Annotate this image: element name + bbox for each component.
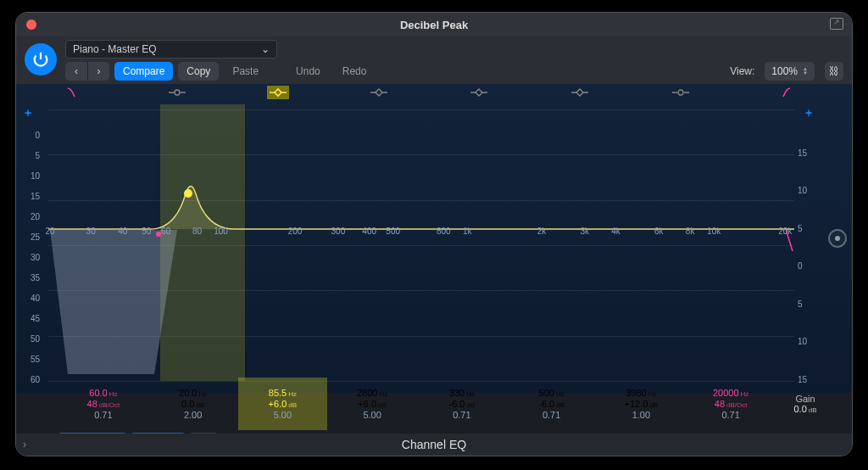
eq-curve[interactable] <box>48 109 794 381</box>
svg-point-1 <box>678 90 683 95</box>
y-axis-analyzer: + 0510 152025 303540 455055 60 <box>16 106 45 384</box>
master-gain-readout[interactable]: Gain0.0dB <box>776 378 835 430</box>
band-type-row <box>65 86 793 104</box>
plus-icon[interactable]: + <box>798 106 820 120</box>
y-axis-gain: + 15105 0510 15 <box>794 106 820 384</box>
toolbar: Piano - Master EQ ⌄ ‹ › Compare Copy Pas… <box>16 36 852 84</box>
expand-icon[interactable]: › <box>23 439 26 450</box>
view-label: View: <box>730 65 754 77</box>
band-column[interactable]: 3980Hz+12.0dB1.00 <box>597 378 687 430</box>
prev-preset-button[interactable]: ‹ <box>65 62 87 81</box>
band-peak-icon[interactable] <box>368 86 390 99</box>
undo-button[interactable]: Undo <box>287 62 329 81</box>
plugin-window: Decibel Peak Piano - Master EQ ⌄ ‹ › Com… <box>15 12 853 456</box>
footer: › Channel EQ <box>16 434 852 456</box>
preset-select[interactable]: Piano - Master EQ ⌄ <box>65 40 277 59</box>
redo-button[interactable]: Redo <box>334 62 376 81</box>
zoom-control[interactable]: 100% ▲▼ <box>765 62 815 81</box>
compare-button[interactable]: Compare <box>114 62 173 81</box>
popout-icon[interactable] <box>830 18 843 30</box>
window-title: Decibel Peak <box>16 19 852 31</box>
band-column[interactable]: 85.5Hz+6.0dB5.00 <box>238 378 328 430</box>
preset-name: Piano - Master EQ <box>73 43 157 55</box>
master-gain-knob[interactable] <box>828 229 847 248</box>
band-column[interactable]: 330Hz-6.0dB0.71 <box>417 378 507 430</box>
band-peak-icon-selected[interactable] <box>267 86 289 99</box>
titlebar: Decibel Peak <box>16 13 852 36</box>
power-button[interactable] <box>25 43 57 76</box>
band-params: 60.0Hz48dB/Oct0.7120.0Hz0.0dB2.0085.5Hz+… <box>58 378 835 430</box>
band-column[interactable]: 2800Hz+6.0dB5.00 <box>327 378 417 430</box>
band-hpf-icon[interactable] <box>65 86 87 99</box>
copy-button[interactable]: Copy <box>178 62 219 81</box>
next-preset-button[interactable]: › <box>87 62 109 81</box>
band-column[interactable]: 20.0Hz0.0dB2.00 <box>148 378 238 430</box>
band-node-handle[interactable] <box>184 189 192 198</box>
band-peak-icon[interactable] <box>468 86 490 99</box>
band-column[interactable]: 20000Hz48dB/Oct0.71 <box>686 378 776 430</box>
band-column[interactable]: 60.0Hz48dB/Oct0.71 <box>58 378 148 430</box>
band-column[interactable]: 500Hz-6.0dB0.71 <box>507 378 597 430</box>
band-highshelf-icon[interactable] <box>670 86 692 99</box>
plus-icon[interactable]: + <box>16 106 40 120</box>
eq-plot[interactable]: + 0510 152025 303540 455055 60 + 15105 0… <box>16 84 852 393</box>
band-lpf-icon[interactable] <box>771 86 793 99</box>
band-peak-icon[interactable] <box>569 86 591 99</box>
band-lowshelf-icon[interactable] <box>166 86 188 99</box>
plugin-name: Channel EQ <box>402 438 466 451</box>
chevron-down-icon: ⌄ <box>261 43 270 55</box>
close-icon[interactable] <box>26 20 36 30</box>
link-icon[interactable]: ⛓ <box>825 62 843 81</box>
paste-button[interactable]: Paste <box>224 62 267 81</box>
